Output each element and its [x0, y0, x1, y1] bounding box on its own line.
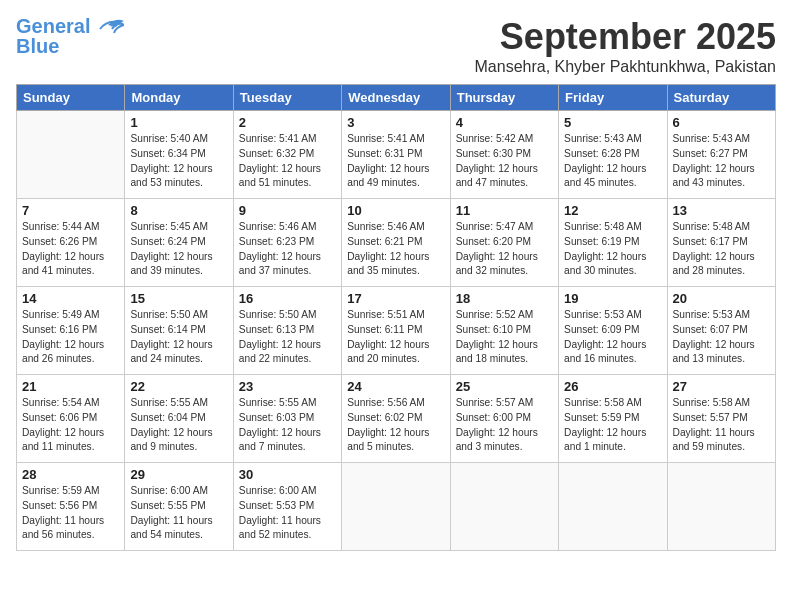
- weekday-header-row: SundayMondayTuesdayWednesdayThursdayFrid…: [17, 85, 776, 111]
- calendar-cell: 4Sunrise: 5:42 AMSunset: 6:30 PMDaylight…: [450, 111, 558, 199]
- day-number: 9: [239, 203, 336, 218]
- day-number: 28: [22, 467, 119, 482]
- week-row-1: 7Sunrise: 5:44 AMSunset: 6:26 PMDaylight…: [17, 199, 776, 287]
- logo: GeneralBlue: [16, 16, 124, 56]
- week-row-2: 14Sunrise: 5:49 AMSunset: 6:16 PMDayligh…: [17, 287, 776, 375]
- day-number: 11: [456, 203, 553, 218]
- calendar-cell: 11Sunrise: 5:47 AMSunset: 6:20 PMDayligh…: [450, 199, 558, 287]
- calendar-cell: 28Sunrise: 5:59 AMSunset: 5:56 PMDayligh…: [17, 463, 125, 551]
- day-number: 21: [22, 379, 119, 394]
- calendar: SundayMondayTuesdayWednesdayThursdayFrid…: [16, 84, 776, 551]
- day-info: Sunrise: 5:42 AMSunset: 6:30 PMDaylight:…: [456, 132, 553, 191]
- calendar-cell: 15Sunrise: 5:50 AMSunset: 6:14 PMDayligh…: [125, 287, 233, 375]
- calendar-cell: 13Sunrise: 5:48 AMSunset: 6:17 PMDayligh…: [667, 199, 775, 287]
- weekday-header-friday: Friday: [559, 85, 667, 111]
- day-info: Sunrise: 5:41 AMSunset: 6:32 PMDaylight:…: [239, 132, 336, 191]
- week-row-4: 28Sunrise: 5:59 AMSunset: 5:56 PMDayligh…: [17, 463, 776, 551]
- day-number: 26: [564, 379, 661, 394]
- day-info: Sunrise: 5:58 AMSunset: 5:59 PMDaylight:…: [564, 396, 661, 455]
- day-number: 22: [130, 379, 227, 394]
- day-info: Sunrise: 6:00 AMSunset: 5:55 PMDaylight:…: [130, 484, 227, 543]
- day-number: 12: [564, 203, 661, 218]
- day-number: 2: [239, 115, 336, 130]
- day-info: Sunrise: 5:55 AMSunset: 6:04 PMDaylight:…: [130, 396, 227, 455]
- day-number: 4: [456, 115, 553, 130]
- weekday-header-monday: Monday: [125, 85, 233, 111]
- day-number: 5: [564, 115, 661, 130]
- logo-text: GeneralBlue: [16, 16, 90, 56]
- calendar-cell: 18Sunrise: 5:52 AMSunset: 6:10 PMDayligh…: [450, 287, 558, 375]
- month-title: September 2025: [475, 16, 777, 58]
- calendar-cell: 7Sunrise: 5:44 AMSunset: 6:26 PMDaylight…: [17, 199, 125, 287]
- day-info: Sunrise: 5:46 AMSunset: 6:23 PMDaylight:…: [239, 220, 336, 279]
- day-number: 24: [347, 379, 444, 394]
- weekday-header-wednesday: Wednesday: [342, 85, 450, 111]
- day-info: Sunrise: 5:59 AMSunset: 5:56 PMDaylight:…: [22, 484, 119, 543]
- day-info: Sunrise: 5:53 AMSunset: 6:09 PMDaylight:…: [564, 308, 661, 367]
- calendar-cell: [342, 463, 450, 551]
- day-info: Sunrise: 5:56 AMSunset: 6:02 PMDaylight:…: [347, 396, 444, 455]
- calendar-cell: [559, 463, 667, 551]
- day-info: Sunrise: 5:45 AMSunset: 6:24 PMDaylight:…: [130, 220, 227, 279]
- title-area: September 2025 Mansehra, Khyber Pakhtunk…: [475, 16, 777, 76]
- day-info: Sunrise: 5:44 AMSunset: 6:26 PMDaylight:…: [22, 220, 119, 279]
- day-number: 6: [673, 115, 770, 130]
- day-number: 19: [564, 291, 661, 306]
- day-number: 10: [347, 203, 444, 218]
- day-number: 1: [130, 115, 227, 130]
- day-number: 8: [130, 203, 227, 218]
- day-info: Sunrise: 5:54 AMSunset: 6:06 PMDaylight:…: [22, 396, 119, 455]
- day-info: Sunrise: 5:55 AMSunset: 6:03 PMDaylight:…: [239, 396, 336, 455]
- week-row-3: 21Sunrise: 5:54 AMSunset: 6:06 PMDayligh…: [17, 375, 776, 463]
- calendar-cell: 23Sunrise: 5:55 AMSunset: 6:03 PMDayligh…: [233, 375, 341, 463]
- day-info: Sunrise: 5:40 AMSunset: 6:34 PMDaylight:…: [130, 132, 227, 191]
- day-info: Sunrise: 5:41 AMSunset: 6:31 PMDaylight:…: [347, 132, 444, 191]
- day-info: Sunrise: 5:57 AMSunset: 6:00 PMDaylight:…: [456, 396, 553, 455]
- calendar-cell: 8Sunrise: 5:45 AMSunset: 6:24 PMDaylight…: [125, 199, 233, 287]
- day-number: 17: [347, 291, 444, 306]
- calendar-cell: 3Sunrise: 5:41 AMSunset: 6:31 PMDaylight…: [342, 111, 450, 199]
- day-info: Sunrise: 6:00 AMSunset: 5:53 PMDaylight:…: [239, 484, 336, 543]
- day-number: 25: [456, 379, 553, 394]
- day-number: 15: [130, 291, 227, 306]
- calendar-cell: [667, 463, 775, 551]
- location: Mansehra, Khyber Pakhtunkhwa, Pakistan: [475, 58, 777, 76]
- calendar-cell: 29Sunrise: 6:00 AMSunset: 5:55 PMDayligh…: [125, 463, 233, 551]
- day-info: Sunrise: 5:46 AMSunset: 6:21 PMDaylight:…: [347, 220, 444, 279]
- calendar-cell: 25Sunrise: 5:57 AMSunset: 6:00 PMDayligh…: [450, 375, 558, 463]
- calendar-cell: 6Sunrise: 5:43 AMSunset: 6:27 PMDaylight…: [667, 111, 775, 199]
- calendar-cell: 12Sunrise: 5:48 AMSunset: 6:19 PMDayligh…: [559, 199, 667, 287]
- day-number: 16: [239, 291, 336, 306]
- day-number: 30: [239, 467, 336, 482]
- day-info: Sunrise: 5:53 AMSunset: 6:07 PMDaylight:…: [673, 308, 770, 367]
- day-number: 7: [22, 203, 119, 218]
- day-info: Sunrise: 5:49 AMSunset: 6:16 PMDaylight:…: [22, 308, 119, 367]
- calendar-cell: 21Sunrise: 5:54 AMSunset: 6:06 PMDayligh…: [17, 375, 125, 463]
- week-row-0: 1Sunrise: 5:40 AMSunset: 6:34 PMDaylight…: [17, 111, 776, 199]
- day-info: Sunrise: 5:50 AMSunset: 6:13 PMDaylight:…: [239, 308, 336, 367]
- calendar-cell: [17, 111, 125, 199]
- calendar-cell: 16Sunrise: 5:50 AMSunset: 6:13 PMDayligh…: [233, 287, 341, 375]
- weekday-header-sunday: Sunday: [17, 85, 125, 111]
- calendar-cell: [450, 463, 558, 551]
- weekday-header-thursday: Thursday: [450, 85, 558, 111]
- calendar-cell: 20Sunrise: 5:53 AMSunset: 6:07 PMDayligh…: [667, 287, 775, 375]
- day-info: Sunrise: 5:48 AMSunset: 6:19 PMDaylight:…: [564, 220, 661, 279]
- calendar-cell: 19Sunrise: 5:53 AMSunset: 6:09 PMDayligh…: [559, 287, 667, 375]
- calendar-cell: 9Sunrise: 5:46 AMSunset: 6:23 PMDaylight…: [233, 199, 341, 287]
- day-info: Sunrise: 5:51 AMSunset: 6:11 PMDaylight:…: [347, 308, 444, 367]
- day-number: 18: [456, 291, 553, 306]
- calendar-cell: 5Sunrise: 5:43 AMSunset: 6:28 PMDaylight…: [559, 111, 667, 199]
- weekday-header-saturday: Saturday: [667, 85, 775, 111]
- day-info: Sunrise: 5:43 AMSunset: 6:28 PMDaylight:…: [564, 132, 661, 191]
- calendar-cell: 27Sunrise: 5:58 AMSunset: 5:57 PMDayligh…: [667, 375, 775, 463]
- day-info: Sunrise: 5:47 AMSunset: 6:20 PMDaylight:…: [456, 220, 553, 279]
- day-info: Sunrise: 5:43 AMSunset: 6:27 PMDaylight:…: [673, 132, 770, 191]
- day-number: 13: [673, 203, 770, 218]
- calendar-cell: 2Sunrise: 5:41 AMSunset: 6:32 PMDaylight…: [233, 111, 341, 199]
- calendar-cell: 22Sunrise: 5:55 AMSunset: 6:04 PMDayligh…: [125, 375, 233, 463]
- calendar-cell: 17Sunrise: 5:51 AMSunset: 6:11 PMDayligh…: [342, 287, 450, 375]
- day-number: 20: [673, 291, 770, 306]
- day-number: 3: [347, 115, 444, 130]
- header: GeneralBlue September 2025 Mansehra, Khy…: [16, 16, 776, 76]
